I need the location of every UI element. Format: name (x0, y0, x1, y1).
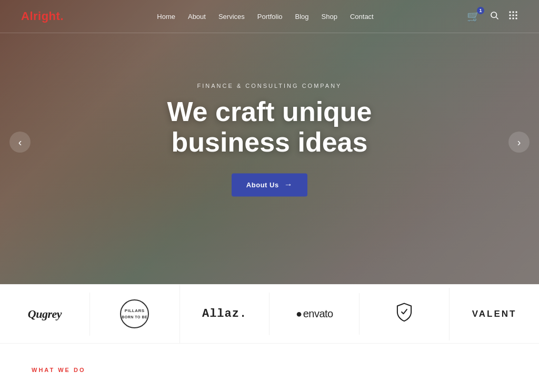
svg-rect-5 (510, 14, 511, 16)
nav-link-shop[interactable]: Shop (322, 13, 337, 21)
hero-title: We craft unique business ideas (133, 96, 406, 157)
nav-link-home[interactable]: Home (157, 13, 175, 21)
arrow-icon: → (284, 180, 293, 190)
nav-item-blog[interactable]: Blog (295, 12, 309, 21)
logos-section: Qugrey PILLARSBORN TO BE Allaz. ●envato … (0, 284, 539, 344)
svg-rect-2 (510, 11, 511, 13)
svg-rect-7 (516, 14, 517, 16)
nav-link-about[interactable]: About (188, 13, 206, 21)
logo-item-qugrey: Qugrey (0, 293, 90, 336)
hero-cta-button[interactable]: About Us → (232, 174, 307, 197)
nav-item-home[interactable]: Home (157, 12, 175, 21)
site-header: Alright. Home About Services Portfolio B… (0, 0, 539, 33)
brand-logo-allaz: Allaz. (202, 307, 247, 320)
hero-subtitle: Finance & Consulting Company (133, 83, 406, 89)
svg-rect-8 (510, 17, 511, 19)
brand-logo-shield (395, 303, 414, 326)
cart-badge: 1 (477, 7, 484, 14)
nav-link-services[interactable]: Services (218, 13, 245, 21)
svg-rect-3 (513, 11, 514, 13)
hero-cta-label: About Us (246, 181, 279, 189)
nav-item-shop[interactable]: Shop (322, 12, 337, 21)
nav-item-contact[interactable]: Contact (350, 12, 374, 21)
carousel-prev-button[interactable]: ‹ (9, 132, 31, 153)
carousel-next-button[interactable]: › (508, 132, 530, 153)
grid-icon[interactable] (508, 11, 518, 23)
svg-line-1 (496, 17, 498, 19)
logo-item-allaz: Allaz. (180, 293, 270, 335)
header-icons: 🛒 1 (467, 10, 518, 23)
nav-link-blog[interactable]: Blog (295, 13, 309, 21)
what-we-do-label: What We Do (32, 367, 86, 373)
nav-link-portfolio[interactable]: Portfolio (257, 13, 283, 21)
search-icon[interactable] (490, 11, 499, 23)
svg-rect-4 (516, 11, 517, 13)
svg-rect-6 (513, 14, 514, 16)
nav-item-portfolio[interactable]: Portfolio (257, 12, 283, 21)
logo-item-circle: PILLARSBORN TO BE (90, 285, 180, 343)
svg-point-0 (491, 12, 497, 18)
brand-logo-circle: PILLARSBORN TO BE (120, 299, 149, 328)
nav-list: Home About Services Portfolio Blog Shop … (157, 12, 373, 21)
nav-item-about[interactable]: About (188, 12, 206, 21)
header-divider (0, 33, 539, 33)
svg-rect-10 (516, 17, 517, 19)
hero-content: Finance & Consulting Company We craft un… (133, 83, 406, 196)
logo-dot: . (60, 9, 64, 23)
hero-section: Alright. Home About Services Portfolio B… (0, 0, 539, 284)
brand-logo-valent: VALENT (472, 309, 517, 319)
site-logo[interactable]: Alright. (21, 9, 64, 23)
svg-rect-9 (513, 17, 514, 19)
cart-icon[interactable]: 🛒 1 (467, 10, 480, 23)
brand-logo-envato: ●envato (296, 308, 333, 320)
what-we-do-section: What We Do (0, 344, 539, 379)
nav-link-contact[interactable]: Contact (350, 13, 374, 21)
logo-item-valent: VALENT (450, 294, 539, 334)
logo-item-shield (360, 288, 450, 340)
brand-logo-qugrey: Qugrey (28, 307, 62, 321)
prev-arrow-icon: ‹ (18, 136, 22, 148)
nav-item-services[interactable]: Services (218, 12, 245, 21)
next-arrow-icon: › (517, 136, 521, 148)
logo-item-envato: ●envato (270, 293, 360, 335)
main-nav: Home About Services Portfolio Blog Shop … (157, 12, 373, 21)
logo-text: Alright (21, 9, 60, 23)
